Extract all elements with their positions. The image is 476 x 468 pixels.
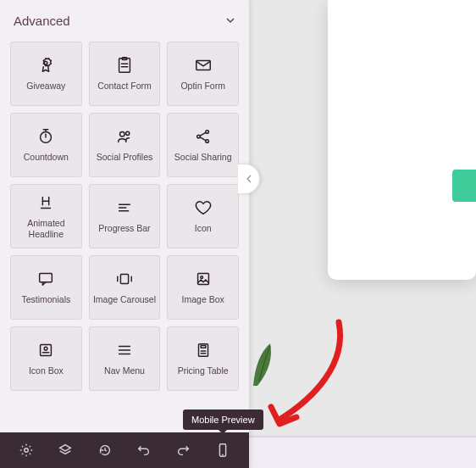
heart-icon: [194, 198, 213, 217]
widget-label: Optin Form: [177, 81, 229, 92]
svg-rect-28: [197, 274, 208, 285]
section-header-advanced[interactable]: Advanced: [0, 0, 249, 38]
svg-point-0: [44, 62, 47, 65]
svg-rect-5: [196, 61, 210, 70]
canvas-card: [328, 0, 476, 280]
widget-tile-form[interactable]: Contact Form: [89, 42, 161, 106]
widget-label: Testimonials: [18, 294, 74, 305]
widget-label: Icon Box: [25, 365, 67, 376]
svg-line-16: [200, 137, 205, 141]
canvas-footer-strip: [249, 436, 476, 468]
widget-tile-pricing[interactable]: Pricing Table: [167, 326, 239, 391]
section-title: Advanced: [14, 14, 70, 28]
widget-tile-mail[interactable]: Optin Form: [167, 42, 239, 106]
menu-icon: [115, 341, 134, 359]
people-icon: [115, 127, 134, 146]
canvas-action-button[interactable]: [452, 170, 476, 202]
undo-button[interactable]: [130, 437, 158, 464]
mail-icon: [194, 56, 213, 75]
mobile-preview-button[interactable]: [209, 437, 236, 464]
widget-tile-badge[interactable]: Giveaway: [10, 42, 82, 106]
elements-panel: Advanced GiveawayContact FormOptin FormC…: [0, 0, 249, 468]
widget-tile-share[interactable]: Social Sharing: [167, 113, 239, 177]
widget-tile-chat[interactable]: Testimonials: [10, 255, 82, 320]
pricing-icon: [194, 341, 213, 359]
widget-label: Giveaway: [23, 81, 69, 92]
progress-icon: [115, 198, 134, 217]
bottom-toolbar: [0, 432, 249, 468]
badge-icon: [36, 56, 55, 75]
widget-tile-people[interactable]: Social Profiles: [89, 113, 161, 177]
widget-tile-carousel[interactable]: Image Carousel: [89, 255, 161, 320]
widget-label: Countdown: [20, 152, 72, 163]
widget-label: Contact Form: [94, 81, 155, 92]
form-icon: [115, 56, 134, 75]
widget-label: Image Box: [179, 294, 228, 305]
widget-tile-menu[interactable]: Nav Menu: [89, 326, 161, 391]
share-icon: [194, 127, 213, 146]
widget-label: Nav Menu: [101, 365, 148, 376]
iconbox-icon: [36, 341, 55, 359]
widget-tile-imagebox[interactable]: Image Box: [167, 255, 239, 320]
chat-icon: [36, 270, 55, 288]
headline-icon: [36, 193, 55, 212]
widget-tile-timer[interactable]: Countdown: [10, 113, 82, 177]
tooltip-text: Mobile Preview: [191, 415, 255, 425]
widget-label: Icon: [191, 223, 215, 234]
history-button[interactable]: [91, 437, 119, 464]
widget-label: Social Sharing: [171, 152, 235, 163]
chevron-down-icon: [225, 14, 235, 28]
svg-point-29: [200, 276, 202, 279]
mobile-preview-tooltip: Mobile Preview: [183, 410, 263, 430]
widget-label: Pricing Table: [174, 365, 232, 376]
settings-button[interactable]: [13, 437, 40, 464]
widget-tile-headline[interactable]: Animated Headline: [10, 184, 82, 248]
svg-rect-25: [120, 275, 128, 284]
decorative-leaf: [249, 339, 283, 390]
imagebox-icon: [194, 270, 213, 288]
widget-tile-heart[interactable]: Icon: [167, 184, 239, 248]
widget-tile-progress[interactable]: Progress Bar: [89, 184, 161, 248]
widget-tile-iconbox[interactable]: Icon Box: [10, 326, 82, 391]
svg-point-32: [44, 348, 47, 351]
widget-label: Animated Headline: [11, 218, 81, 239]
svg-line-15: [200, 133, 205, 136]
svg-rect-37: [201, 346, 206, 348]
svg-point-40: [25, 448, 29, 453]
widget-grid: GiveawayContact FormOptin FormCountdownS…: [0, 38, 249, 398]
carousel-icon: [115, 270, 134, 288]
layers-button[interactable]: [52, 437, 79, 464]
widget-label: Image Carousel: [90, 294, 159, 305]
svg-point-10: [119, 132, 125, 137]
widget-label: Social Profiles: [93, 152, 157, 163]
timer-icon: [36, 127, 55, 146]
canvas-area: [249, 0, 476, 468]
redo-button[interactable]: [169, 437, 196, 464]
svg-point-11: [126, 131, 130, 135]
svg-rect-24: [40, 274, 53, 282]
widget-label: Progress Bar: [95, 223, 153, 234]
